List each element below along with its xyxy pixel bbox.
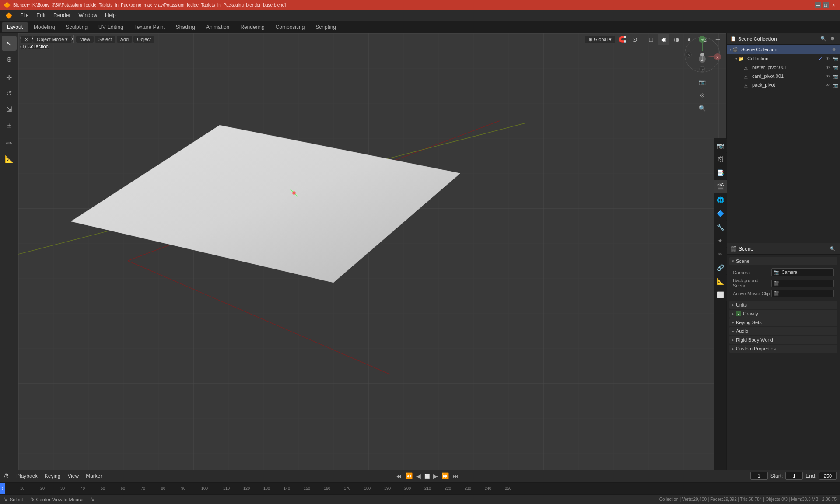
move-tool-button[interactable]: ✛ <box>2 70 17 85</box>
menu-window[interactable]: Window <box>75 11 101 19</box>
current-frame-input[interactable] <box>750 472 768 480</box>
collection-visibility-icon[interactable]: 👁 <box>825 56 831 62</box>
prop-tab-modifier[interactable]: 🔧 <box>714 220 727 234</box>
play-reverse-button[interactable]: ◀ <box>415 472 422 480</box>
outliner-filter-button[interactable]: ⚙ <box>829 35 836 43</box>
measure-tool-button[interactable]: 📐 <box>2 151 17 166</box>
collection-exclude-icon[interactable]: ✓ <box>817 56 823 62</box>
proportional-edit[interactable]: ⊙ <box>629 34 640 45</box>
audio-header[interactable]: ▸ Audio <box>729 327 837 335</box>
main-viewport[interactable]: User Perspective (Local) (1) Collection … <box>18 33 726 478</box>
zoom-fit-button[interactable]: ⊙ <box>696 89 708 101</box>
add-menu[interactable]: Add <box>117 36 133 43</box>
gravity-section-header[interactable]: ▸ ✓ Gravity <box>729 310 837 318</box>
card-visibility-icon[interactable]: 👁 <box>825 73 831 79</box>
tab-shading[interactable]: Shading <box>171 22 200 32</box>
pack-visibility-icon[interactable]: 👁 <box>825 82 831 88</box>
menu-help[interactable]: Help <box>102 11 119 19</box>
playback-menu[interactable]: Playback <box>14 473 39 479</box>
visibility-icon[interactable]: 👁 <box>831 46 837 52</box>
editor-type-menu[interactable]: ⊙ <box>21 36 32 43</box>
maximize-button[interactable]: □ <box>822 2 829 8</box>
end-frame-input[interactable] <box>819 472 836 480</box>
outliner-pack-pivot[interactable]: △ pack_pivot 👁 📷 <box>741 80 840 89</box>
object-menu[interactable]: Object <box>133 36 154 43</box>
scale-tool-button[interactable]: ⇲ <box>2 102 17 116</box>
prop-tab-object[interactable]: 🔷 <box>714 207 727 220</box>
props-search[interactable]: 🔍 <box>829 245 836 253</box>
marker-menu[interactable]: Marker <box>84 473 104 479</box>
viewport-shading-solid[interactable]: ◉ <box>658 34 669 45</box>
outliner-scene-collection[interactable]: ▾ 🎬 Scene Collection 👁 <box>727 45 840 54</box>
pack-render-icon[interactable]: 📷 <box>832 82 838 88</box>
prop-tab-physics[interactable]: ⚛ <box>714 248 727 261</box>
viewport-shading-material[interactable]: ◑ <box>671 34 682 45</box>
custom-props-header[interactable]: ▸ Custom Properties <box>729 345 837 353</box>
tab-layout[interactable]: Layout <box>2 22 28 32</box>
global-local-toggle[interactable]: ⊕ Global ▾ <box>585 36 615 43</box>
minimize-button[interactable]: — <box>815 2 821 8</box>
prop-tab-material[interactable]: ⬜ <box>714 288 727 301</box>
prop-tab-world[interactable]: 🌐 <box>714 193 727 206</box>
active-clip-value[interactable]: 🎬 <box>771 290 834 297</box>
gravity-checkbox[interactable]: ✓ <box>736 311 741 316</box>
viewport-canvas[interactable]: User Perspective (Local) (1) Collection … <box>18 33 726 478</box>
gizmos-toggle[interactable]: ✛ <box>712 34 724 45</box>
keying-menu[interactable]: Keying <box>43 473 63 479</box>
jump-start-button[interactable]: ⏮ <box>395 472 402 480</box>
cursor-tool-button[interactable]: ⊕ <box>2 52 17 66</box>
view-menu[interactable]: View <box>76 36 94 43</box>
select-tool-button[interactable]: ↖ <box>2 36 17 51</box>
transform-tool-button[interactable]: ⊞ <box>2 117 17 132</box>
jump-end-button[interactable]: ⏭ <box>452 472 459 480</box>
blister-visibility-icon[interactable]: 👁 <box>825 64 831 70</box>
stop-button[interactable]: ⬜ <box>424 473 430 480</box>
viewport-shading-wire[interactable]: □ <box>645 34 657 45</box>
tab-compositing[interactable]: Compositing <box>270 22 310 32</box>
rigid-body-header[interactable]: ▸ Rigid Body World <box>729 336 837 344</box>
collection-render-icon[interactable]: 📷 <box>832 56 838 62</box>
prop-tab-particles[interactable]: ✦ <box>714 234 727 247</box>
camera-view-button[interactable]: 📷 <box>696 76 708 88</box>
prop-tab-render[interactable]: 📷 <box>714 139 727 152</box>
view-timeline-menu[interactable]: View <box>66 473 80 479</box>
step-forward-button[interactable]: ⏩ <box>441 472 450 480</box>
menu-blender[interactable]: 🔶 <box>2 11 16 20</box>
object-mode-dropdown[interactable]: Object Mode ▾ <box>33 36 71 43</box>
outliner-blister-pivot[interactable]: △ blister_pivot.001 👁 📷 <box>741 63 840 72</box>
keying-sets-header[interactable]: ▸ Keying Sets <box>729 318 837 326</box>
tab-rendering[interactable]: Rendering <box>235 22 270 32</box>
step-back-button[interactable]: ⏪ <box>404 472 413 480</box>
start-frame-input[interactable] <box>785 472 803 480</box>
background-scene-value[interactable]: 🎬 <box>771 280 834 287</box>
snap-toggle[interactable]: 🧲 <box>616 34 628 45</box>
prop-tab-constraints[interactable]: 🔗 <box>714 261 727 274</box>
tab-texture-paint[interactable]: Texture Paint <box>129 22 170 32</box>
viewport-shading-render[interactable]: ● <box>683 34 695 45</box>
prop-tab-view-layer[interactable]: 📑 <box>714 166 727 179</box>
menu-render[interactable]: Render <box>50 11 74 19</box>
tab-add-button[interactable]: + <box>342 22 352 32</box>
play-button[interactable]: ▶ <box>432 472 439 480</box>
annotate-tool-button[interactable]: ✏ <box>2 136 17 150</box>
prop-tab-scene[interactable]: 🎬 <box>714 180 727 193</box>
outliner-search-button[interactable]: 🔍 <box>819 35 827 43</box>
close-button[interactable]: ✕ <box>830 2 836 8</box>
tab-animation[interactable]: Animation <box>201 22 234 32</box>
camera-value[interactable]: 📷 Camera <box>771 268 834 276</box>
tab-sculpting[interactable]: Sculpting <box>61 22 93 32</box>
blister-render-icon[interactable]: 📷 <box>832 64 838 70</box>
overlays-toggle[interactable]: ⊙ <box>700 34 711 45</box>
outliner-collection-item[interactable]: ▾ 📁 Collection ✓ 👁 📷 <box>734 54 840 63</box>
select-menu[interactable]: Select <box>95 36 116 43</box>
menu-file[interactable]: File <box>17 11 32 19</box>
menu-edit[interactable]: Edit <box>33 11 49 19</box>
rotate-tool-button[interactable]: ↺ <box>2 86 17 101</box>
tab-scripting[interactable]: Scripting <box>310 22 341 32</box>
units-section-header[interactable]: ▸ Units <box>729 301 837 309</box>
lock-view-button[interactable]: 🔍 <box>696 102 708 114</box>
outliner-card-pivot[interactable]: △ card_pivot.001 👁 📷 <box>741 72 840 80</box>
card-render-icon[interactable]: 📷 <box>832 73 838 79</box>
tab-uv-editing[interactable]: UV Editing <box>93 22 129 32</box>
tab-modeling[interactable]: Modeling <box>28 22 60 32</box>
